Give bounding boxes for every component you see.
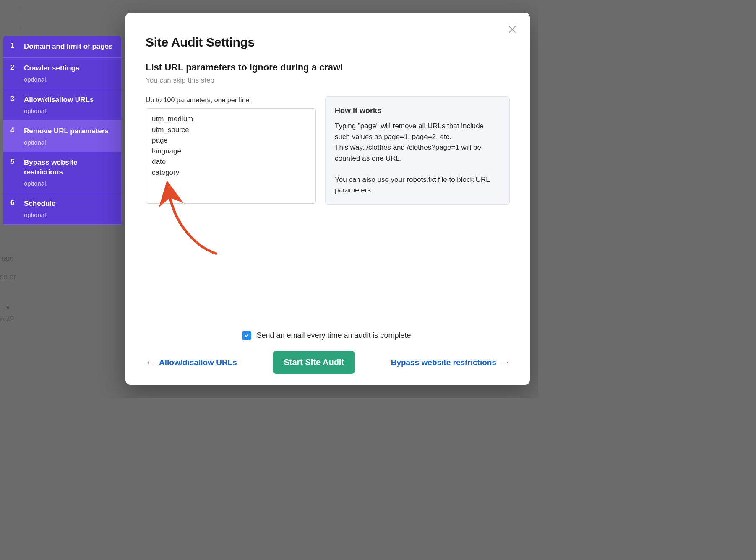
email-on-complete-checkbox[interactable] bbox=[242, 331, 251, 340]
wizard-step-6[interactable]: 6Scheduleoptional bbox=[3, 193, 121, 225]
modal-title: Site Audit Settings bbox=[146, 35, 510, 49]
wizard-step-4[interactable]: 4Remove URL parametersoptional bbox=[3, 121, 121, 152]
step-title: Domain and limit of pages bbox=[24, 42, 114, 52]
site-audit-settings-modal: Site Audit Settings List URL parameters … bbox=[125, 13, 530, 385]
how-it-works-panel: How it works Typing "page" will remove a… bbox=[325, 96, 510, 205]
step-number: 2 bbox=[10, 64, 16, 83]
modal-subtitle: List URL parameters to ignore during a c… bbox=[146, 62, 510, 73]
close-icon[interactable] bbox=[506, 24, 518, 36]
arrow-right-icon: → bbox=[501, 358, 510, 367]
bg-fragment: nat? bbox=[0, 314, 14, 325]
checkbox-label[interactable]: Send an email every time an audit is com… bbox=[256, 331, 413, 340]
wizard-step-5[interactable]: 5Bypass website restrictionsoptional bbox=[3, 152, 121, 193]
step-number: 4 bbox=[10, 127, 16, 146]
start-site-audit-button[interactable]: Start Site Audit bbox=[273, 351, 355, 374]
step-title: Crawler settings bbox=[24, 64, 114, 73]
step-optional-label: optional bbox=[24, 211, 114, 218]
bg-fragment: ram bbox=[1, 253, 13, 264]
step-title: Remove URL parameters bbox=[24, 127, 114, 136]
panel-title: How it works bbox=[335, 105, 500, 117]
panel-paragraph: You can also use your robots.txt file to… bbox=[335, 174, 500, 196]
modal-hint: You can skip this step bbox=[146, 76, 510, 85]
chevron-right-icon: › bbox=[19, 3, 22, 12]
step-number: 1 bbox=[10, 42, 16, 52]
step-optional-label: optional bbox=[24, 139, 114, 146]
wizard-step-3[interactable]: 3Allow/disallow URLsoptional bbox=[3, 89, 121, 121]
step-title: Bypass website restrictions bbox=[24, 158, 114, 177]
panel-paragraph: Typing "page" will remove all URLs that … bbox=[335, 121, 500, 142]
wizard-step-1[interactable]: 1Domain and limit of pages bbox=[3, 36, 121, 58]
step-number: 5 bbox=[10, 158, 16, 187]
step-optional-label: optional bbox=[24, 180, 114, 187]
arrow-left-icon: ← bbox=[146, 358, 154, 367]
bg-fragment: se or bbox=[0, 271, 16, 283]
back-link-label: Allow/disallow URLs bbox=[159, 358, 237, 367]
wizard-next-link[interactable]: Bypass website restrictions → bbox=[391, 358, 510, 368]
bg-fragment: w bbox=[4, 301, 9, 313]
next-link-label: Bypass website restrictions bbox=[391, 358, 496, 368]
panel-paragraph: This way, /clothes and /clothes?page=1 w… bbox=[335, 142, 500, 163]
step-title: Schedule bbox=[24, 199, 114, 209]
step-optional-label: optional bbox=[24, 107, 114, 114]
url-parameters-textarea[interactable] bbox=[146, 108, 316, 204]
step-title: Allow/disallow URLs bbox=[24, 95, 114, 105]
step-optional-label: optional bbox=[24, 76, 114, 83]
wizard-steps-sidebar: 1Domain and limit of pages2Crawler setti… bbox=[3, 36, 121, 225]
step-number: 6 bbox=[10, 199, 16, 218]
wizard-back-link[interactable]: ← Allow/disallow URLs bbox=[146, 358, 237, 367]
field-label: Up to 100 parameters, one per line bbox=[146, 96, 316, 104]
chevron-right-icon: › bbox=[19, 24, 22, 33]
wizard-step-2[interactable]: 2Crawler settingsoptional bbox=[3, 58, 121, 89]
step-number: 3 bbox=[10, 95, 16, 114]
